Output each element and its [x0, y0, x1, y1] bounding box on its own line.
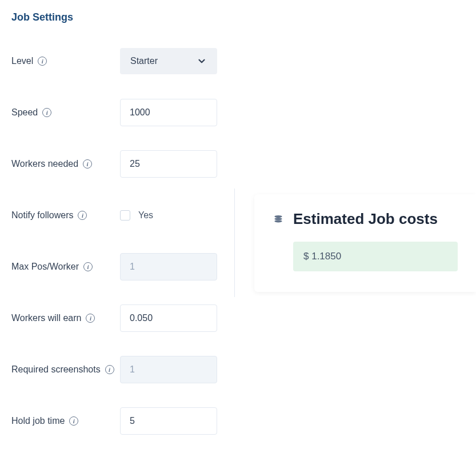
level-selected-value: Starter — [130, 56, 158, 66]
speed-label-text: Speed — [11, 107, 38, 118]
info-icon[interactable]: i — [78, 211, 87, 220]
notify-followers-label: Notify followers i — [11, 210, 120, 221]
info-icon[interactable]: i — [86, 314, 95, 323]
cost-panel: Estimated Job costs $ 1.1850 — [254, 194, 476, 292]
svg-point-2 — [274, 220, 282, 222]
cost-title: Estimated Job costs — [293, 210, 438, 228]
workers-earn-row: Workers will earn i — [11, 303, 465, 333]
workers-earn-label: Workers will earn i — [11, 313, 120, 323]
required-screenshots-label: Required screenshots i — [11, 363, 120, 376]
cost-header: Estimated Job costs — [273, 210, 458, 228]
info-icon[interactable]: i — [38, 57, 47, 66]
speed-input[interactable] — [120, 99, 217, 126]
info-icon[interactable]: i — [83, 262, 93, 271]
vertical-divider — [234, 189, 235, 297]
max-pos-label-text: Max Pos/Worker — [11, 262, 79, 272]
notify-followers-checkbox[interactable] — [120, 210, 130, 221]
notify-followers-label-text: Notify followers — [11, 210, 73, 221]
level-label-text: Level — [11, 56, 33, 66]
info-icon[interactable]: i — [42, 108, 51, 117]
workers-needed-row: Workers needed i — [11, 149, 465, 179]
level-row: Level i Starter — [11, 46, 465, 76]
svg-point-1 — [274, 218, 282, 220]
max-pos-input — [120, 253, 217, 280]
speed-label: Speed i — [11, 107, 120, 118]
required-screenshots-input — [120, 356, 217, 383]
max-pos-label: Max Pos/Worker i — [11, 262, 120, 272]
hold-job-time-row: Hold job time i — [11, 406, 465, 436]
notify-followers-checkbox-group: Yes — [120, 210, 153, 221]
workers-earn-label-text: Workers will earn — [11, 313, 81, 323]
hold-job-time-input[interactable] — [120, 407, 217, 435]
workers-earn-input[interactable] — [120, 304, 217, 332]
workers-needed-label-text: Workers needed — [11, 159, 78, 169]
section-title: Job Settings — [11, 11, 465, 23]
speed-row: Speed i — [11, 98, 465, 127]
required-screenshots-row: Required screenshots i — [11, 355, 465, 384]
workers-needed-input[interactable] — [120, 150, 217, 178]
hold-job-time-label: Hold job time i — [11, 416, 120, 426]
chevron-down-icon — [197, 56, 207, 66]
info-icon[interactable]: i — [105, 365, 114, 374]
coins-icon — [273, 214, 284, 225]
cost-value: $ 1.1850 — [293, 242, 458, 271]
info-icon[interactable]: i — [69, 416, 78, 426]
hold-job-time-label-text: Hold job time — [11, 416, 65, 426]
workers-needed-label: Workers needed i — [11, 159, 120, 169]
svg-point-0 — [274, 215, 282, 217]
required-screenshots-label-text: Required screenshots — [11, 363, 101, 376]
notify-followers-option-label: Yes — [138, 210, 153, 221]
level-dropdown[interactable]: Starter — [120, 48, 217, 74]
level-label: Level i — [11, 56, 120, 66]
info-icon[interactable]: i — [83, 159, 92, 169]
